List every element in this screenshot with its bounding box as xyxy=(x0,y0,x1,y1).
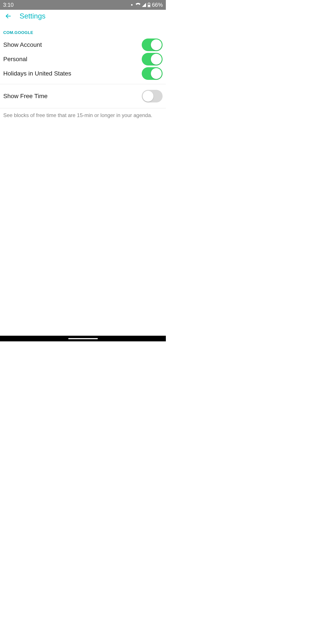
page-title: Settings xyxy=(19,12,45,20)
setting-row-holidays[interactable]: Holidays in United States xyxy=(0,66,166,81)
nav-handle[interactable] xyxy=(68,338,98,339)
footer-description: See blocks of free time that are 15-min … xyxy=(0,108,166,122)
toggle-show-account[interactable] xyxy=(142,38,163,51)
status-battery: 66% xyxy=(152,2,163,8)
notification-dot-icon xyxy=(131,4,133,6)
setting-row-free-time[interactable]: Show Free Time xyxy=(0,89,166,103)
setting-row-show-account[interactable]: Show Account xyxy=(0,38,166,52)
app-bar: Settings xyxy=(0,10,166,22)
status-bar: 3:10 66% xyxy=(0,0,166,10)
toggle-thumb xyxy=(151,68,162,79)
svg-rect-2 xyxy=(148,5,150,7)
svg-rect-1 xyxy=(148,2,150,3)
battery-icon xyxy=(148,2,150,7)
toggle-holidays[interactable] xyxy=(142,67,163,80)
toggle-thumb xyxy=(151,40,162,50)
toggle-free-time[interactable] xyxy=(142,90,163,102)
nav-bar xyxy=(0,336,166,341)
setting-label: Personal xyxy=(3,56,27,63)
setting-label: Show Free Time xyxy=(3,93,48,100)
setting-label: Holidays in United States xyxy=(3,70,71,77)
status-time: 3:10 xyxy=(3,2,14,8)
section-header-account: COM.GOOGLE xyxy=(0,22,166,38)
wifi-icon xyxy=(136,3,140,7)
back-button[interactable] xyxy=(4,12,12,20)
back-arrow-icon xyxy=(5,13,11,19)
status-right: 66% xyxy=(131,2,163,8)
setting-row-personal[interactable]: Personal xyxy=(0,52,166,66)
divider xyxy=(0,84,166,84)
content-area: COM.GOOGLE Show Account Personal Holiday… xyxy=(0,22,166,341)
toggle-thumb xyxy=(143,91,153,102)
toggle-personal[interactable] xyxy=(142,53,163,66)
signal-icon xyxy=(142,3,146,7)
setting-label: Show Account xyxy=(3,41,42,48)
toggle-thumb xyxy=(151,54,162,64)
